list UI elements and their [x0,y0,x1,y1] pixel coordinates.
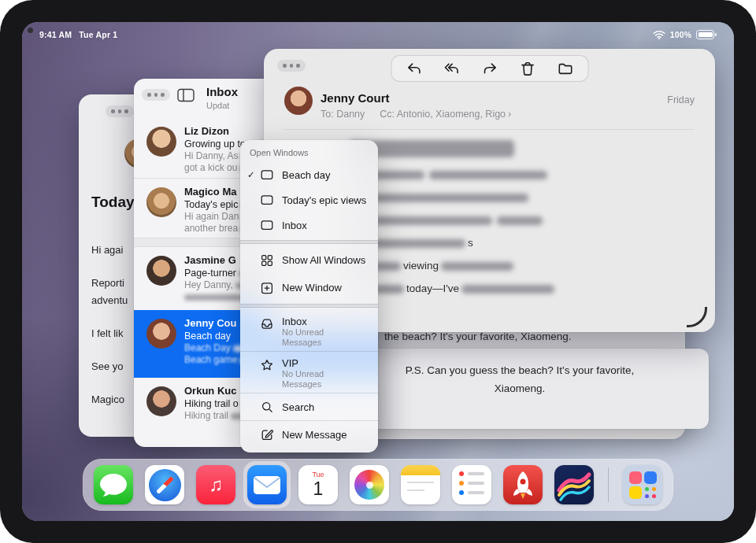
ps-line-2: Xiaomeng. [386,379,654,397]
battery-tip [715,33,717,36]
message-toolbar [391,55,588,82]
email-preview: another brea [184,223,238,234]
menu-header: Open Windows [240,145,378,162]
header-divider [284,129,695,130]
avatar [146,256,176,286]
folder-icon[interactable] [557,61,573,77]
dock-app-mail-icon[interactable] [247,465,287,504]
body-fragment: s [468,237,473,249]
reminder-bar [468,472,484,475]
email-preview: Hey Danny, [184,279,233,290]
menu-item-beach-day[interactable]: ✓ Beach day [240,162,378,187]
ipad-frame: Today Hi agai Reporti adventu I felt lik… [0,0,756,543]
battery-percent: 100% [670,30,692,39]
email-preview: Hi Danny, As [184,150,238,161]
compass-dial [149,469,181,501]
search-icon [259,400,275,414]
dock-app-photos-icon[interactable] [350,465,389,504]
message-ps-text: P.S. Can you guess the beach? It's your … [386,361,654,397]
window-icon [259,218,275,232]
email-preview: Hiking trail [184,410,228,421]
trash-icon[interactable] [519,61,536,77]
menu-item-inbox-mailbox[interactable]: Inbox No Unread Messages [240,310,378,351]
window-control-dot [111,109,115,113]
window-icon [259,168,275,182]
app-library-tile [644,471,657,484]
dock-app-calendar-icon[interactable]: Tue 1 [298,465,338,504]
menu-item-new-message[interactable]: New Message [240,421,378,448]
message-line: Magico [91,393,124,405]
blurred-text [429,171,547,179]
dock: ♫ Tue 1 [83,459,673,511]
avatar [146,319,176,349]
status-bar: 9:41 AMTue Apr 1 100% [39,30,717,39]
message-line: Reporti [91,277,124,289]
message-sender: Jenny Court [321,91,390,105]
reminder-dot [459,471,464,476]
calendar-weekday: Tue [298,471,338,478]
chevron-right-icon: › [508,109,511,120]
open-windows-menu: Open Windows ✓ Beach day Today's epic vi… [240,140,378,452]
checkmark-icon: ✓ [247,169,259,180]
reply-all-icon[interactable] [443,61,460,77]
front-camera [28,28,33,33]
email-preview: Beach game [184,354,237,365]
dock-app-creativity-icon[interactable] [554,465,594,504]
window-control-dot [290,64,294,68]
reminder-bar [468,491,484,494]
reply-icon[interactable] [406,61,422,77]
dock-app-library-icon[interactable] [623,465,662,504]
app-library-tile [629,471,642,484]
email-subject: Page-turner [184,268,236,279]
dock-app-notes-icon[interactable] [401,465,440,504]
dock-app-music-icon[interactable]: ♫ [196,465,235,504]
window-control-dot [283,64,287,68]
message-line: See yo [91,360,123,372]
ps-line-1: P.S. Can you guess the beach? It's your … [386,361,654,379]
body-fragment: viewing [403,260,439,272]
menu-item-search[interactable]: Search [240,393,378,420]
email-preview: Hi again Dan [184,211,239,222]
window-controls[interactable] [106,105,134,117]
forward-icon[interactable] [481,61,498,77]
status-time-date: 9:41 AMTue Apr 1 [39,30,124,39]
email-subject: Today's epic [184,199,238,210]
message-line: Hi agai [91,244,123,256]
menu-item-new-window[interactable]: New Window [240,274,378,301]
screen: Today Hi agai Reporti adventu I felt lik… [22,22,734,521]
menu-item-show-all-windows[interactable]: Show All Windows [240,246,378,274]
dock-app-messages-icon[interactable] [94,465,133,504]
email-subject: Beach day [184,331,231,342]
cc-field: Cc: Antonio, Xiaomeng, Rigo [380,109,506,120]
message-wrapped-line: the beach? It's your favorite, Xiaomeng. [384,331,571,342]
sidebar-toggle-icon[interactable] [177,88,195,105]
avatar [146,127,176,157]
app-library-dots [644,486,657,499]
window-control-dot [154,93,158,97]
compass-needle [156,476,174,494]
dock-app-reminders-icon[interactable] [452,465,491,504]
window-control-dot [118,109,122,113]
window-resize-handle[interactable] [687,307,707,327]
menu-item-todays-epic-views[interactable]: Today's epic views [240,187,378,212]
body-fragment: today—I've [406,283,459,294]
reminder-dot [459,490,464,495]
music-note-icon: ♫ [209,474,223,496]
grid-icon [259,253,275,268]
compose-icon [259,427,275,441]
reminder-bar [468,482,484,485]
dock-app-rocket-icon[interactable] [503,465,543,504]
notes-line [407,482,434,483]
calendar-day: 1 [298,478,338,499]
email-subject: Hiking trail o [184,398,239,409]
menu-separator [240,240,378,244]
menu-separator [240,304,378,308]
dock-app-safari-icon[interactable] [145,465,184,504]
window-controls[interactable] [142,89,170,101]
window-controls[interactable] [277,60,306,72]
blurred-text [441,262,513,271]
menu-item-vip-mailbox[interactable]: VIP No Unread Messages [240,352,378,393]
message-recipients[interactable]: To: Danny Cc: Antonio, Xiaomeng, Rigo› [321,109,511,120]
menu-item-inbox-window[interactable]: Inbox [240,212,378,238]
blurred-text [497,216,543,225]
